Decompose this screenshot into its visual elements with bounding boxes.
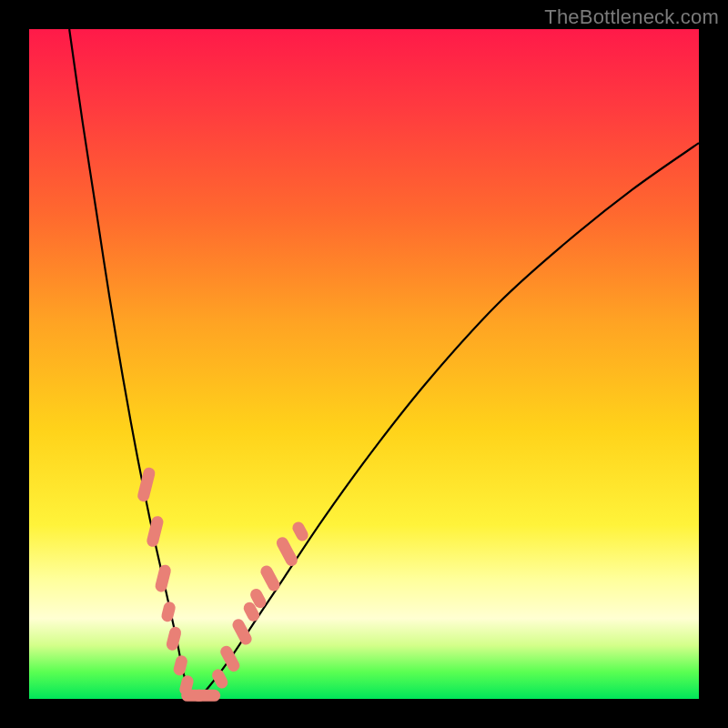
chart-frame: TheBottleneck.com bbox=[0, 0, 728, 728]
curve-marker bbox=[275, 535, 300, 568]
curve-marker bbox=[210, 667, 230, 691]
bottleneck-curve bbox=[69, 29, 699, 699]
curve-layer bbox=[29, 29, 699, 699]
curve-marker bbox=[160, 601, 177, 623]
curve-marker bbox=[193, 690, 220, 702]
curve-marker bbox=[154, 563, 172, 592]
curve-marker bbox=[258, 563, 282, 593]
curve-marker bbox=[230, 617, 254, 647]
curve-marker bbox=[172, 654, 188, 677]
watermark-text: TheBottleneck.com bbox=[544, 5, 719, 29]
curve-marker bbox=[290, 520, 310, 543]
curve-marker bbox=[146, 515, 165, 548]
plot-area bbox=[29, 29, 699, 699]
curve-marker bbox=[166, 625, 183, 652]
